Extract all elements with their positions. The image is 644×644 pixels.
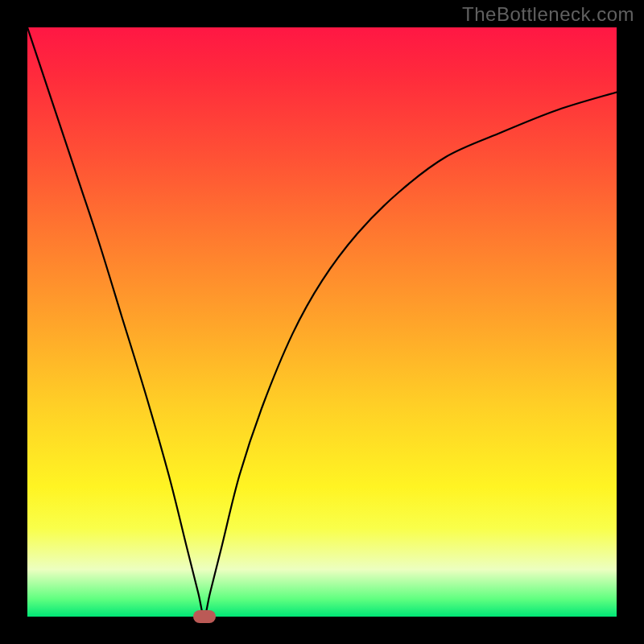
chart-frame: TheBottleneck.com <box>0 0 644 644</box>
bottleneck-curve <box>27 27 617 617</box>
watermark-text: TheBottleneck.com <box>462 3 634 26</box>
curve-path <box>27 27 617 617</box>
optimum-marker <box>193 610 216 623</box>
plot-area <box>27 27 617 617</box>
